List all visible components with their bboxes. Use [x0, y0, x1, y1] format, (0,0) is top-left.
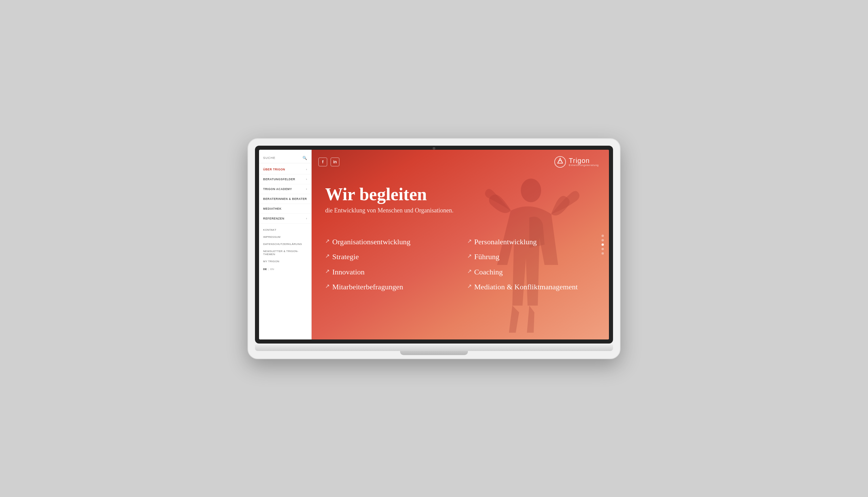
nav-item-label-0: ÜBER TRIGON	[263, 168, 285, 171]
nav-item-label-1: BERATUNGSFELDER	[263, 178, 295, 181]
logo-subtitle: Entwicklungsberatung	[569, 164, 599, 166]
lang-de-button[interactable]: DE	[263, 268, 267, 271]
service-left-3[interactable]: ↗Mitarbeiterbefragungen	[325, 280, 454, 295]
service-name-left-0: Organisationsentwicklung	[332, 237, 411, 247]
service-right-3[interactable]: ↗Mediation & Konfliktmanagement	[467, 280, 596, 295]
nav-chevron-1: ›	[306, 178, 307, 181]
scroll-dot-4[interactable]	[602, 252, 604, 254]
social-links: f in	[318, 158, 340, 166]
arrow-icon-right-0: ↗	[467, 238, 472, 244]
search-input[interactable]	[263, 156, 302, 159]
nav-items-container: ÜBER TRIGON›BERATUNGSFELDER›TRIGON ACADE…	[259, 165, 311, 224]
lang-divider: |	[268, 268, 269, 271]
search-bar[interactable]: 🔍	[259, 153, 311, 163]
nav-item-1[interactable]: BERATUNGSFELDER›	[259, 174, 311, 184]
arrow-icon-right-1: ↗	[467, 253, 472, 259]
main-content: f in Trigon E	[312, 150, 609, 339]
services-left-column: ↗Organisationsentwicklung↗Strategie↗Inno…	[325, 235, 454, 295]
linkedin-icon[interactable]: in	[331, 158, 340, 166]
laptop-stand	[400, 351, 468, 355]
arrow-icon-left-3: ↗	[325, 283, 330, 289]
small-link-0[interactable]: KONTAKT	[259, 226, 311, 233]
hero-title: Wir begleiten	[325, 184, 595, 204]
trigon-logo-icon	[554, 156, 566, 168]
scroll-dot-3[interactable]	[602, 248, 604, 250]
facebook-icon[interactable]: f	[318, 158, 327, 166]
hero-text: Wir begleiten die Entwicklung von Mensch…	[312, 174, 609, 235]
service-name-left-1: Strategie	[332, 252, 359, 262]
nav-item-label-3: BERATERINNEN & BERATER	[263, 197, 307, 201]
service-name-right-0: Personalentwicklung	[474, 237, 537, 247]
lang-en-button[interactable]: EN	[270, 268, 274, 271]
screen: 🔍 ÜBER TRIGON›BERATUNGSFELDER›TRIGON ACA…	[259, 150, 609, 339]
scroll-dot-1[interactable]	[602, 239, 604, 241]
laptop-frame: 🔍 ÜBER TRIGON›BERATUNGSFELDER›TRIGON ACA…	[248, 138, 620, 359]
camera	[433, 147, 435, 150]
nav-item-label-4: MEDIATHEK	[263, 207, 281, 210]
nav-chevron-2: ›	[306, 187, 307, 191]
nav-item-3[interactable]: BERATERINNEN & BERATER	[259, 194, 311, 204]
sidebar: 🔍 ÜBER TRIGON›BERATUNGSFELDER›TRIGON ACA…	[259, 150, 312, 339]
lang-switcher: DE | EN	[259, 265, 311, 273]
scroll-dots	[602, 235, 604, 254]
nav-chevron-0: ›	[306, 168, 307, 171]
small-link-1[interactable]: IMPRESSUM	[259, 233, 311, 241]
scroll-dot-2[interactable]	[602, 243, 604, 246]
service-left-0[interactable]: ↗Organisationsentwicklung	[325, 235, 454, 250]
nav-item-label-5: REFERENZEN	[263, 217, 285, 220]
search-icon[interactable]: 🔍	[302, 156, 307, 160]
arrow-icon-right-3: ↗	[467, 283, 472, 289]
nav-item-2[interactable]: TRIGON ACADEMY›	[259, 184, 311, 194]
nav-item-4[interactable]: MEDIATHEK	[259, 204, 311, 214]
logo-name: Trigon	[569, 157, 599, 164]
service-name-left-3: Mitarbeiterbefragungen	[332, 282, 403, 292]
small-link-4[interactable]: MY TRIGON	[259, 258, 311, 265]
service-right-0[interactable]: ↗Personalentwicklung	[467, 235, 596, 250]
header-bar: f in Trigon E	[312, 150, 609, 174]
nav-item-label-2: TRIGON ACADEMY	[263, 187, 292, 191]
small-links-container: KONTAKTIMPRESSUMDATENSCHUTZERKLÄRUNGNEWS…	[259, 226, 311, 265]
services-right-column: ↗Personalentwicklung↗Führung↗Coaching↗Me…	[467, 235, 596, 295]
scroll-dot-0[interactable]	[602, 235, 604, 237]
service-left-1[interactable]: ↗Strategie	[325, 249, 454, 265]
logo-text: Trigon Entwicklungsberatung	[569, 157, 599, 166]
nav-item-0[interactable]: ÜBER TRIGON›	[259, 165, 311, 174]
logo-area[interactable]: Trigon Entwicklungsberatung	[554, 156, 599, 168]
laptop-base	[255, 345, 613, 351]
arrow-icon-right-2: ↗	[467, 268, 472, 274]
arrow-icon-left-1: ↗	[325, 253, 330, 259]
nav-chevron-5: ›	[306, 217, 307, 220]
service-right-2[interactable]: ↗Coaching	[467, 265, 596, 280]
screen-bezel: 🔍 ÜBER TRIGON›BERATUNGSFELDER›TRIGON ACA…	[255, 146, 613, 343]
service-name-right-3: Mediation & Konfliktmanagement	[474, 282, 578, 292]
service-name-left-2: Innovation	[332, 267, 364, 277]
services-grid: ↗Organisationsentwicklung↗Strategie↗Inno…	[312, 235, 609, 295]
service-right-1[interactable]: ↗Führung	[467, 249, 596, 265]
arrow-icon-left-0: ↗	[325, 238, 330, 244]
service-left-2[interactable]: ↗Innovation	[325, 265, 454, 280]
nav-item-5[interactable]: REFERENZEN›	[259, 214, 311, 224]
small-link-3[interactable]: NEWSLETTER & TRIGON-THEMEN	[259, 248, 311, 258]
small-link-2[interactable]: DATENSCHUTZERKLÄRUNG	[259, 241, 311, 248]
service-name-right-1: Führung	[474, 252, 500, 262]
service-name-right-2: Coaching	[474, 267, 503, 277]
arrow-icon-left-2: ↗	[325, 268, 330, 274]
hero-subtitle: die Entwicklung von Menschen und Organis…	[325, 207, 595, 214]
